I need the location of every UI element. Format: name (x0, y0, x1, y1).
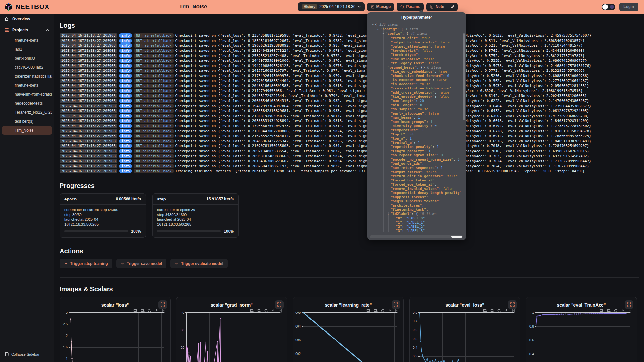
log-tag-badge: NBTrainerCallback (134, 39, 174, 43)
json-tree-row: "exponential_decay_length_penalty": (369, 191, 461, 195)
edit-pencil-button[interactable] (448, 3, 458, 11)
log-row: 2025-04-16T21:18:27.205963 info NBTraine… (60, 159, 639, 164)
sidebar-project-item[interactable]: naive-llm-from-scratch (2, 90, 52, 98)
json-key: "tf_legacy_loss" (391, 61, 424, 65)
json-number-value: 0 (420, 103, 422, 107)
expand-chart-button[interactable] (275, 300, 284, 309)
log-row: 2025-04-16T21:18:27.205963 info NBTraine… (60, 98, 639, 104)
json-string-value: "LABEL_4" (406, 233, 425, 234)
json-key: "num_return_sequences" (391, 166, 437, 170)
sidebar-project-item[interactable]: hedecoder-tests (2, 99, 52, 107)
log-tag-badge: NBTrainerCallback (134, 114, 174, 118)
plot-area[interactable]: 40302010 (176, 312, 287, 362)
json-number-value: 1 (418, 116, 420, 120)
sidebar-project-item[interactable]: finetune-berts (2, 81, 52, 89)
json-key: "return_dict_in_generate" (391, 174, 443, 178)
collapse-sidebar-button[interactable]: Collapse Sidebar (0, 349, 54, 359)
log-level-badge: info (119, 59, 132, 63)
expand-chart-button[interactable] (392, 300, 400, 309)
json-colon: : (422, 203, 424, 208)
sidebar-project-item[interactable]: Terahertz_No22_Gl261_gl... (2, 108, 52, 116)
sidebar-project-item[interactable]: tokenizer statistics llama... (2, 72, 52, 80)
log-level-badge: info (119, 149, 132, 153)
log-row: 2025-04-16T21:18:27.205963 info NBTraine… (60, 163, 639, 169)
log-level-badge: info (119, 43, 132, 48)
collapse-arrow-icon[interactable]: ▾ (372, 23, 375, 27)
sidebar-project-item[interactable]: test bert(s) (2, 117, 52, 125)
progress-name: step (157, 197, 166, 201)
log-timestamp-badge: 2025-04-16T21:18:27.205963 (60, 79, 117, 83)
log-timestamp-badge: 2025-04-16T21:18:27.205963 (60, 154, 117, 158)
action-trigger-button[interactable]: Trigger evaluate model (170, 259, 228, 268)
theme-toggle[interactable] (602, 4, 615, 10)
brand[interactable]: NEETBOX (5, 3, 61, 11)
manage-button[interactable]: Manage (367, 3, 394, 11)
log-tag-badge: NBTrainerCallback (134, 154, 174, 158)
log-tag-badge: NBTrainerCallback (134, 169, 174, 173)
sidebar-project-item[interactable]: lab1 (2, 45, 52, 53)
svg-text:002: 002 (295, 352, 301, 356)
progress-details: current iter of epoch 30step 84390/84390… (157, 208, 234, 227)
collapse-arrow-icon[interactable]: ▾ (382, 32, 385, 36)
expand-chart-button[interactable] (508, 300, 517, 309)
log-level-badge: info (119, 139, 132, 143)
sidebar-project-item[interactable]: Trm_Noise (2, 126, 52, 135)
log-row: 2025-04-16T21:18:27.205963 info NBTraine… (60, 103, 639, 108)
chevron-up-icon[interactable] (46, 28, 49, 32)
log-row: 2025-04-16T21:18:27.205963 info NBTraine… (60, 73, 639, 79)
json-key: "num_beams" (391, 116, 414, 120)
json-key: "output_scores" (391, 170, 422, 174)
scrollbar-thumb[interactable] (451, 236, 462, 238)
log-level-badge: info (119, 39, 132, 43)
json-tree-row: "is_decoder": false (369, 82, 461, 86)
history-dropdown[interactable]: History 2025-04-16 21:18:30 (298, 2, 365, 11)
log-level-badge: info (119, 144, 132, 148)
plot-area[interactable]: 32.521.51 (60, 312, 171, 362)
json-tree-row: "tie_encoder_decoder": false (369, 95, 461, 99)
json-key: "min_length" (391, 103, 416, 107)
sidebar-item-projects[interactable]: Projects (0, 24, 54, 35)
log-row: 2025-04-16T21:18:27.205963 info NBTraine… (60, 144, 639, 149)
sidebar-project-item[interactable]: finetune-berts (2, 36, 52, 44)
hyperparameter-panel: Hyperparameter ▾{ 130 items▾"config": { … (367, 12, 466, 240)
sidebar-item-overview[interactable]: Overview (0, 14, 54, 24)
plot-area[interactable]: 10.80.60.40.2 (526, 312, 637, 362)
login-button[interactable]: Login (619, 3, 638, 11)
chevron-down-icon (175, 262, 178, 265)
expand-chart-button[interactable] (158, 300, 167, 309)
plot-area[interactable]: 005004003002001 (293, 312, 404, 362)
log-level-badge: info (119, 33, 132, 38)
svg-text:0.4: 0.4 (529, 352, 534, 356)
collapse-arrow-icon[interactable]: ▾ (387, 212, 391, 216)
sidebar-project-item[interactable]: bert-conll03 (2, 54, 52, 62)
sidebar-project-item[interactable]: csc791-030 lab2 (2, 63, 52, 71)
page-title: Trm_Noise (179, 4, 207, 10)
plot-area[interactable]: 0.80.70.60.50.40.30.2 (410, 312, 520, 362)
vertical-scrollbar[interactable] (463, 33, 465, 120)
log-tag-badge: NBTrainerCallback (134, 84, 174, 88)
project-label: csc791-030 lab2 (15, 65, 43, 70)
horizontal-scrollbar[interactable] (370, 235, 463, 238)
json-tree-row: "max_length": 20 (369, 99, 461, 103)
svg-text:3: 3 (66, 312, 68, 314)
json-item-count: 1 item (405, 27, 418, 31)
expand-chart-button[interactable] (625, 300, 633, 309)
json-tree-row: "early_stopping": false (369, 111, 461, 116)
json-string-value: "LABEL_1" (406, 220, 425, 225)
json-tree-row: "4": "LABEL_4" (369, 233, 461, 234)
log-tag-badge: NBTrainerCallback (134, 49, 174, 53)
action-trigger-button[interactable]: Trigger save model (116, 259, 166, 268)
svg-text:1: 1 (66, 357, 68, 361)
json-key: "max_length" (391, 99, 416, 103)
json-tree-row: "tf_legacy_loss": false (369, 61, 461, 65)
json-key: "torch_dtype" (391, 53, 418, 57)
note-button[interactable]: Note (426, 3, 448, 11)
progress-percent: 100% (224, 229, 234, 234)
json-key: "do_sample" (391, 107, 414, 111)
json-tree-row: "torchscript": false (369, 49, 461, 53)
log-timestamp-badge: 2025-04-16T21:18:27.205963 (60, 109, 117, 113)
json-colon: : (402, 225, 406, 229)
collapse-arrow-icon[interactable]: ▾ (377, 27, 380, 32)
action-trigger-button[interactable]: Trigger stop training (60, 259, 112, 268)
json-key: "add_cross_attention" (391, 90, 435, 95)
